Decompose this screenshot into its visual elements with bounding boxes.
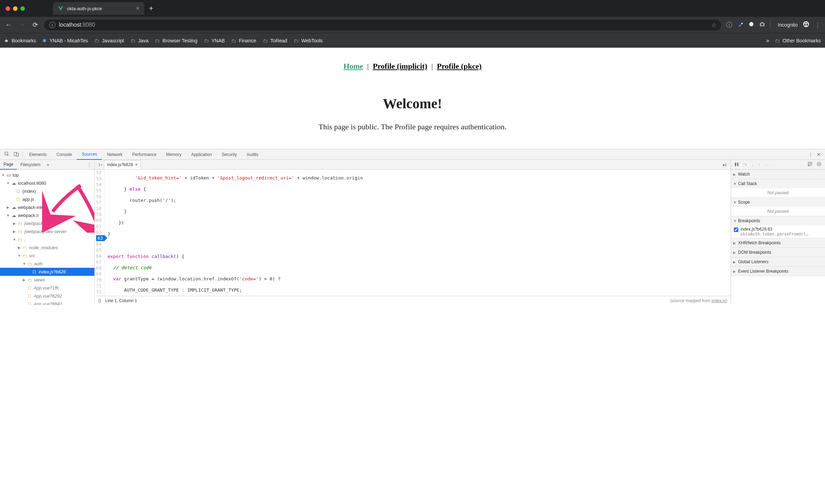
bookmark-overflow-icon[interactable]: » bbox=[766, 38, 769, 44]
incognito-icon[interactable] bbox=[803, 21, 810, 29]
devtools-settings-icon[interactable]: ⋮ bbox=[808, 152, 813, 157]
other-bookmarks[interactable]: 🗀Other Bookmarks bbox=[775, 38, 821, 43]
minimize-window-button[interactable] bbox=[13, 6, 18, 11]
folder-icon: 🗀 bbox=[23, 245, 27, 250]
inspect-element-icon[interactable] bbox=[2, 151, 12, 158]
close-tab-icon[interactable]: × bbox=[136, 5, 139, 12]
tab-application[interactable]: Application bbox=[186, 149, 217, 160]
tab-memory[interactable]: Memory bbox=[161, 149, 186, 160]
tree-appvue1[interactable]: 🗋App.vue?1ffc bbox=[0, 284, 94, 292]
svg-rect-9 bbox=[16, 153, 19, 156]
tab-audits[interactable]: Audits bbox=[242, 149, 263, 160]
nav-profile-pkce-link[interactable]: Profile (pkce) bbox=[437, 62, 482, 70]
maximize-window-button[interactable] bbox=[20, 6, 25, 11]
section-event-listener-breakpoints[interactable]: ▶Event Listener Breakpoints bbox=[731, 267, 825, 276]
step-into-button[interactable]: ↓ bbox=[751, 162, 754, 168]
reload-button[interactable]: ⟳ bbox=[31, 21, 39, 29]
bookmark-ynab-folder[interactable]: 🗀YNAB bbox=[204, 38, 225, 43]
bookmark-apps[interactable]: ★Bookmarks bbox=[4, 38, 36, 43]
tree-localhost[interactable]: ☁localhost:8080 bbox=[0, 179, 94, 187]
navigator-overflow-icon[interactable]: » bbox=[44, 162, 52, 167]
section-callstack-head[interactable]: ▼Call Stack bbox=[731, 179, 825, 188]
source-nav-forward-icon[interactable]: ▸⦊ bbox=[723, 162, 729, 167]
extension-camera-icon[interactable] bbox=[759, 21, 765, 29]
source-tab-indexjs[interactable]: index.js?b628 × bbox=[104, 160, 141, 169]
code-lines[interactable]: '&id_token_hint=' + idToken + '&post_log… bbox=[105, 170, 363, 296]
tab-network[interactable]: Network bbox=[102, 149, 127, 160]
step-button[interactable]: → bbox=[765, 162, 770, 168]
tree-appvue3[interactable]: 🗋App.vue?8842 bbox=[0, 300, 94, 305]
section-xhr-breakpoints[interactable]: ▶XHR/fetch Breakpoints bbox=[731, 238, 825, 248]
section-dom-breakpoints[interactable]: ▶DOM Breakpoints bbox=[731, 248, 825, 257]
tree-webpack-folder[interactable]: 🗀(webpack) bbox=[0, 219, 94, 227]
site-info-icon[interactable]: i bbox=[49, 22, 55, 28]
separator bbox=[770, 21, 771, 29]
pause-on-exceptions-button[interactable] bbox=[817, 162, 821, 168]
bookmark-toread[interactable]: 🗀ToRead bbox=[263, 38, 287, 43]
breakpoint-line-63[interactable]: 63 bbox=[96, 235, 105, 241]
navigator-tab-page[interactable]: Page bbox=[0, 160, 17, 170]
close-window-button[interactable] bbox=[6, 6, 10, 11]
bookmark-webtools[interactable]: 🗀WebTools bbox=[294, 38, 323, 43]
tree-webpack-internal[interactable]: ☁webpack-inte bbox=[0, 203, 94, 211]
bookmark-browser-testing[interactable]: 🗀Browser Testing bbox=[155, 38, 197, 43]
bookmark-javascript[interactable]: 🗀Javascript bbox=[94, 38, 124, 43]
source-nav-dropdown-icon[interactable]: ⦉◂ bbox=[97, 162, 104, 167]
devtools-close-icon[interactable]: ✕ bbox=[817, 152, 821, 157]
nav-profile-implicit-link[interactable]: Profile (implicit) bbox=[373, 62, 427, 70]
tree-index[interactable]: 🗋(index) bbox=[0, 187, 94, 195]
tab-console[interactable]: Console bbox=[52, 149, 77, 160]
breakpoint-item[interactable]: index.js?b628:63 oktaAuth.token.parseFro… bbox=[731, 225, 825, 238]
section-watch[interactable]: ▶Watch bbox=[731, 170, 825, 179]
line-gutter[interactable]: 5253545556575859606162636465666768697071… bbox=[95, 170, 105, 296]
deactivate-breakpoints-button[interactable] bbox=[807, 162, 812, 168]
section-global-listeners[interactable]: ▶Global Listeners bbox=[731, 257, 825, 267]
file-icon: 🗋 bbox=[16, 197, 21, 202]
pause-button[interactable] bbox=[735, 162, 739, 168]
close-source-tab-icon[interactable]: × bbox=[135, 162, 138, 167]
tree-webpack-dev-server[interactable]: 🗀(webpack)-dev-server bbox=[0, 227, 94, 236]
url-bar[interactable]: i localhost:8080 ☆ bbox=[44, 20, 721, 30]
tree-auth[interactable]: 🗀auth bbox=[0, 260, 94, 268]
section-scope-head[interactable]: ▼Scope bbox=[731, 198, 825, 207]
tab-elements[interactable]: Elements bbox=[24, 149, 52, 160]
forward-button[interactable]: → bbox=[18, 21, 26, 29]
bookmark-star-icon[interactable]: ☆ bbox=[711, 22, 716, 28]
tree-src[interactable]: 🗀src bbox=[0, 252, 94, 260]
source-map-link[interactable]: index.js bbox=[711, 298, 726, 303]
tree-appvue2[interactable]: 🗋App.vue?6292 bbox=[0, 292, 94, 300]
extension-circle-icon[interactable] bbox=[749, 21, 754, 29]
navigator-tab-filesystem[interactable]: Filesystem bbox=[17, 160, 44, 170]
tab-security[interactable]: Security bbox=[217, 149, 242, 160]
svg-rect-15 bbox=[819, 163, 820, 165]
extensions-info-icon[interactable]: ⓘ bbox=[726, 21, 732, 29]
navigator-more-icon[interactable]: ⋮ bbox=[87, 162, 94, 167]
tree-node-modules[interactable]: 🗀node_modules bbox=[0, 244, 94, 252]
tree-appjs[interactable]: 🗋app.js bbox=[0, 195, 94, 203]
pretty-print-icon[interactable]: {} bbox=[98, 298, 101, 303]
tree-views[interactable]: 🗀views bbox=[0, 276, 94, 284]
tree-indexjs-selected[interactable]: 🗋index.js?b628 bbox=[0, 268, 94, 276]
section-breakpoints-head[interactable]: ▼Breakpoints bbox=[731, 216, 825, 225]
tree-webpack[interactable]: ☁webpack:// bbox=[0, 211, 94, 219]
breakpoint-checkbox[interactable] bbox=[734, 227, 738, 232]
step-out-button[interactable]: ↑ bbox=[758, 162, 760, 168]
bookmark-ynab-micah[interactable]: ✱YNAB - MicahTes bbox=[42, 38, 88, 43]
frame-icon: ▭ bbox=[7, 172, 11, 178]
back-button[interactable]: ← bbox=[4, 21, 13, 29]
tab-sources[interactable]: Sources bbox=[77, 149, 102, 160]
tab-performance[interactable]: Performance bbox=[127, 149, 161, 160]
new-tab-button[interactable]: + bbox=[149, 5, 153, 13]
code-area[interactable]: 5253545556575859606162636465666768697071… bbox=[95, 170, 731, 296]
tree-dot[interactable]: 🗀. bbox=[0, 236, 94, 244]
extension-wand-icon[interactable] bbox=[737, 21, 744, 29]
browser-tab[interactable]: okta-auth-js-pkce × bbox=[53, 2, 144, 15]
device-toggle-icon[interactable] bbox=[12, 151, 21, 158]
step-over-button[interactable]: ↷ bbox=[743, 162, 747, 168]
bookmark-java[interactable]: 🗀Java bbox=[130, 38, 149, 43]
url-text: localhost:8080 bbox=[59, 22, 95, 28]
bookmark-finance[interactable]: 🗀Finance bbox=[231, 38, 256, 43]
nav-home-link[interactable]: Home bbox=[343, 62, 363, 70]
browser-menu-icon[interactable]: ⋮ bbox=[814, 21, 821, 29]
tree-top[interactable]: ▭top bbox=[0, 171, 94, 179]
